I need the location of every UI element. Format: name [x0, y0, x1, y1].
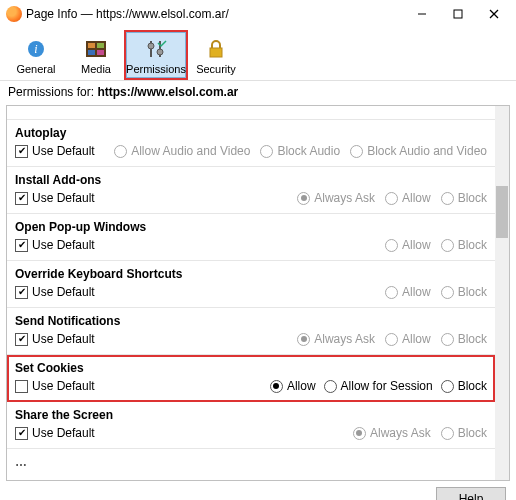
checkbox-icon: [15, 145, 28, 158]
use-default-checkbox[interactable]: Use Default: [15, 379, 95, 393]
radio-allow[interactable]: Allow: [385, 191, 431, 205]
perm-popups: Open Pop-up Windows Use Default Allow Bl…: [7, 214, 495, 261]
chk-label: Use Default: [32, 191, 95, 205]
info-icon: i: [22, 37, 50, 61]
permissions-for-label: Permissions for: https://www.elsol.com.a…: [0, 80, 516, 103]
svg-point-12: [148, 43, 154, 49]
list-item-fragment: [7, 106, 495, 120]
radio-block[interactable]: Block: [441, 379, 487, 393]
radio-allow[interactable]: Allow: [385, 285, 431, 299]
window-controls: [404, 3, 512, 25]
perm-install-addons: Install Add-ons Use Default Always Ask A…: [7, 167, 495, 214]
use-default-checkbox[interactable]: Use Default: [15, 285, 95, 299]
tab-media[interactable]: Media: [66, 32, 126, 78]
use-default-checkbox[interactable]: Use Default: [15, 332, 95, 346]
chk-label: Use Default: [32, 332, 95, 346]
use-default-checkbox[interactable]: Use Default: [15, 238, 95, 252]
perm-title: Share the Screen: [15, 408, 487, 422]
chk-label: Use Default: [32, 426, 95, 440]
radio-block-av[interactable]: Block Audio and Video: [350, 144, 487, 158]
radio-block[interactable]: Block: [441, 238, 487, 252]
radio-block-audio[interactable]: Block Audio: [260, 144, 340, 158]
title-bar: Page Info — https://www.elsol.com.ar/: [0, 0, 516, 28]
perm-share-screen: Share the Screen Use Default Always Ask …: [7, 402, 495, 449]
tab-security[interactable]: Security: [186, 32, 246, 78]
perm-set-cookies: Set Cookies Use Default Allow Allow for …: [7, 355, 495, 402]
footer: Help: [0, 487, 516, 500]
chk-label: Use Default: [32, 379, 95, 393]
perm-title: Override Keyboard Shortcuts: [15, 267, 487, 281]
radio-allow-session[interactable]: Allow for Session: [324, 379, 433, 393]
svg-rect-7: [88, 43, 95, 48]
radio-block[interactable]: Block: [441, 191, 487, 205]
perm-title: Open Pop-up Windows: [15, 220, 487, 234]
checkbox-icon: [15, 333, 28, 346]
scrollbar-track[interactable]: [495, 106, 509, 480]
permfor-url: https://www.elsol.com.ar: [97, 85, 238, 99]
perm-title: Autoplay: [15, 126, 487, 140]
svg-rect-15: [210, 48, 222, 57]
tab-label: Media: [81, 63, 111, 75]
perm-title: Install Add-ons: [15, 173, 487, 187]
radio-block[interactable]: Block: [441, 332, 487, 346]
svg-point-14: [157, 49, 163, 55]
tab-general[interactable]: i General: [6, 32, 66, 78]
radio-allow[interactable]: Allow: [385, 332, 431, 346]
radio-always-ask[interactable]: Always Ask: [297, 191, 375, 205]
permissions-icon: [142, 37, 170, 61]
chk-label: Use Default: [32, 144, 95, 158]
list-item-fragment: …: [7, 449, 495, 469]
radio-allow[interactable]: Allow: [385, 238, 431, 252]
tab-label: General: [16, 63, 55, 75]
checkbox-icon: [15, 427, 28, 440]
svg-rect-9: [88, 50, 95, 55]
close-button[interactable]: [476, 3, 512, 25]
toolbar: i General Media Permissions Security: [0, 28, 516, 80]
radio-always-ask[interactable]: Always Ask: [297, 332, 375, 346]
svg-text:i: i: [34, 42, 37, 56]
use-default-checkbox[interactable]: Use Default: [15, 426, 95, 440]
minimize-button[interactable]: [404, 3, 440, 25]
checkbox-icon: [15, 239, 28, 252]
media-icon: [82, 37, 110, 61]
help-button[interactable]: Help: [436, 487, 506, 500]
window-title: Page Info — https://www.elsol.com.ar/: [26, 7, 404, 21]
radio-allow-av[interactable]: Allow Audio and Video: [114, 144, 250, 158]
checkbox-icon: [15, 380, 28, 393]
lock-icon: [202, 37, 230, 61]
tab-label: Security: [196, 63, 236, 75]
perm-notifications: Send Notifications Use Default Always As…: [7, 308, 495, 355]
svg-rect-10: [97, 50, 104, 55]
permissions-panel: Autoplay Use Default Allow Audio and Vid…: [6, 105, 510, 481]
perm-shortcuts: Override Keyboard Shortcuts Use Default …: [7, 261, 495, 308]
use-default-checkbox[interactable]: Use Default: [15, 191, 95, 205]
perm-title: Send Notifications: [15, 314, 487, 328]
checkbox-icon: [15, 192, 28, 205]
firefox-icon: [6, 6, 22, 22]
use-default-checkbox[interactable]: Use Default: [15, 144, 95, 158]
tab-permissions[interactable]: Permissions: [126, 32, 186, 78]
maximize-button[interactable]: [440, 3, 476, 25]
chk-label: Use Default: [32, 285, 95, 299]
perm-autoplay: Autoplay Use Default Allow Audio and Vid…: [7, 120, 495, 167]
permfor-text: Permissions for:: [8, 85, 94, 99]
scrollbar-thumb[interactable]: [496, 186, 508, 238]
radio-block[interactable]: Block: [441, 285, 487, 299]
radio-allow[interactable]: Allow: [270, 379, 316, 393]
tab-label: Permissions: [126, 63, 186, 75]
svg-rect-8: [97, 43, 104, 48]
chk-label: Use Default: [32, 238, 95, 252]
radio-always-ask[interactable]: Always Ask: [353, 426, 431, 440]
radio-block[interactable]: Block: [441, 426, 487, 440]
permissions-list: Autoplay Use Default Allow Audio and Vid…: [7, 106, 495, 480]
checkbox-icon: [15, 286, 28, 299]
svg-rect-1: [454, 10, 462, 18]
perm-title: Set Cookies: [15, 361, 487, 375]
